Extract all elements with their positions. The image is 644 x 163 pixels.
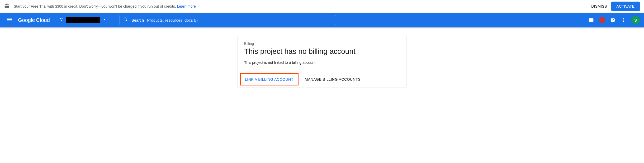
link-billing-account-button[interactable]: LINK A BILLING ACCOUNT: [240, 73, 299, 85]
header-icons: 1 S: [589, 16, 640, 24]
search-label: Search: [131, 18, 144, 22]
app-header: Google Cloud Search 1 S: [0, 13, 644, 27]
billing-card: Billing This project has no billing acco…: [238, 36, 406, 88]
banner-text: Start your Free Trial with $300 in credi…: [14, 4, 587, 8]
project-selector[interactable]: [57, 16, 109, 24]
dismiss-button[interactable]: DISMISS: [587, 2, 611, 11]
logo-bold-text: Google: [18, 17, 35, 23]
svg-point-1: [61, 18, 63, 19]
notification-badge[interactable]: 1: [599, 17, 605, 23]
project-dots-icon: [59, 17, 64, 23]
google-cloud-logo[interactable]: Google Cloud: [18, 17, 50, 23]
billing-description: This project is not linked to a billing …: [244, 60, 400, 65]
hamburger-icon[interactable]: [4, 14, 15, 26]
help-icon[interactable]: [610, 17, 615, 23]
user-avatar[interactable]: S: [631, 16, 640, 24]
cloud-shell-icon[interactable]: [589, 17, 594, 23]
chevron-down-icon: [102, 17, 107, 23]
logo-light-text: Cloud: [36, 17, 50, 23]
project-name: [66, 17, 100, 23]
activate-button[interactable]: ACTIVATE: [611, 2, 640, 11]
search-input[interactable]: [147, 18, 332, 22]
svg-point-0: [60, 18, 61, 19]
search-icon: [123, 17, 128, 23]
manage-billing-accounts-button[interactable]: MANAGE BILLING ACCOUNTS: [301, 73, 365, 85]
billing-actions: LINK A BILLING ACCOUNT MANAGE BILLING AC…: [238, 71, 406, 88]
billing-label: Billing: [244, 41, 400, 46]
main-content: Billing This project has no billing acco…: [0, 27, 644, 96]
billing-title: This project has no billing account: [244, 47, 400, 56]
gift-icon: [4, 3, 10, 9]
search-box[interactable]: Search: [120, 15, 336, 25]
svg-point-2: [61, 20, 62, 21]
learn-more-link[interactable]: Learn more: [177, 4, 196, 9]
free-trial-banner: Start your Free Trial with $300 in credi…: [0, 0, 644, 13]
more-vert-icon[interactable]: [621, 17, 626, 23]
